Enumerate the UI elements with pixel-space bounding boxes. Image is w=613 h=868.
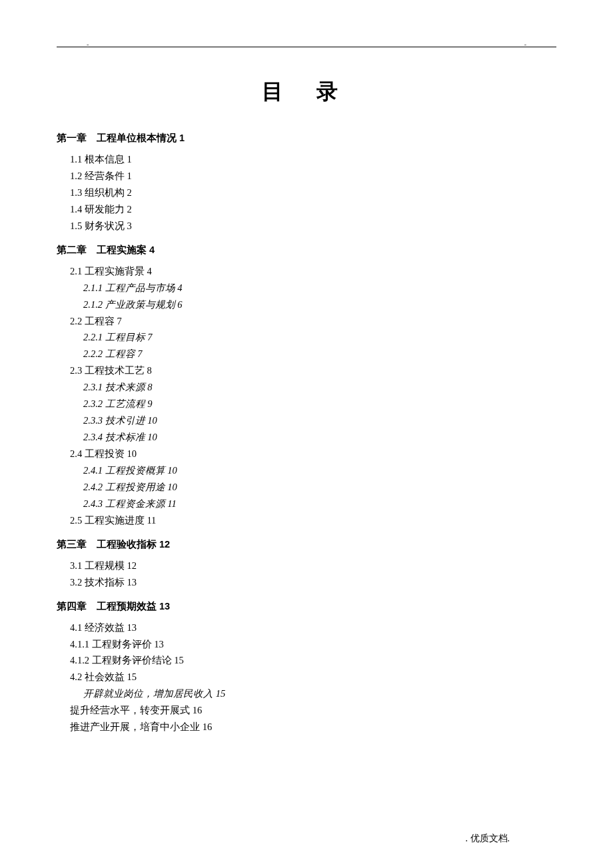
toc-entry: 推进产业开展，培育中小企业 16 xyxy=(57,719,556,735)
page-title: 目录 xyxy=(57,77,556,107)
toc-entry: 2.3.2 工艺流程 9 xyxy=(57,396,556,412)
toc-entry: 4.2 社会效益 15 xyxy=(57,669,556,685)
toc-entry: 3.1 工程规模 12 xyxy=(57,558,556,574)
chapter-heading: 第三章 工程验收指标 12 xyxy=(57,538,556,551)
toc-entry: 1.5 财务状况 3 xyxy=(57,218,556,234)
toc-entry: 2.4.2 工程投资用途 10 xyxy=(57,479,556,496)
toc-entry: 开辟就业岗位，增加居民收入 15 xyxy=(57,685,556,702)
toc-entry: 4.1.2 工程财务评价结论 15 xyxy=(57,652,556,669)
toc-entry: 3.2 技术指标 13 xyxy=(57,574,556,591)
toc-entry: 2.2.2 工程容 7 xyxy=(57,346,556,362)
toc-entry: 2.3.4 技术标准 10 xyxy=(57,429,556,446)
chapter-heading: 第四章 工程预期效益 13 xyxy=(57,600,556,613)
toc-entry: 2.3.1 技术来源 8 xyxy=(57,379,556,396)
toc-entry: 2.5 工程实施进度 11 xyxy=(57,512,556,529)
toc-entry: 2.3.3 技术引进 10 xyxy=(57,412,556,429)
header-mark-left: - xyxy=(87,41,89,48)
footer-text: . 优质文档. xyxy=(466,833,510,845)
toc-section: 第一章 工程单位根本情况 11.1 根本信息 11.2 经营条件 11.3 组织… xyxy=(57,132,556,234)
chapter-heading: 第二章 工程实施案 4 xyxy=(57,244,556,256)
toc-entry: 4.1.1 工程财务评价 13 xyxy=(57,636,556,653)
toc-entry: 2.1.2 产业政策与规划 6 xyxy=(57,296,556,313)
toc-entry: 2.2 工程容 7 xyxy=(57,313,556,330)
toc-entry: 2.4 工程投资 10 xyxy=(57,446,556,462)
chapter-heading: 第一章 工程单位根本情况 1 xyxy=(57,132,556,145)
toc-entry: 2.1 工程实施背景 4 xyxy=(57,263,556,280)
toc-entry: 4.1 经济效益 13 xyxy=(57,620,556,636)
toc-entry: 2.3 工程技术工艺 8 xyxy=(57,362,556,379)
toc-entry: 1.4 研发能力 2 xyxy=(57,201,556,218)
toc-entry: 1.1 根本信息 1 xyxy=(57,151,556,168)
toc-entry: 提升经营水平，转变开展式 16 xyxy=(57,702,556,719)
toc-section: 第三章 工程验收指标 123.1 工程规模 123.2 技术指标 13 xyxy=(57,538,556,591)
header-mark-right: - xyxy=(524,41,526,48)
page-container: - - 目录 第一章 工程单位根本情况 11.1 根本信息 11.2 经营条件 … xyxy=(0,0,613,868)
toc-entry: 2.1.1 工程产品与市场 4 xyxy=(57,280,556,296)
toc-entry: 2.4.1 工程投资概算 10 xyxy=(57,462,556,479)
toc-entry: 1.3 组织机构 2 xyxy=(57,185,556,201)
toc-section: 第二章 工程实施案 42.1 工程实施背景 42.1.1 工程产品与市场 42.… xyxy=(57,244,556,529)
toc-entry: 2.4.3 工程资金来源 11 xyxy=(57,496,556,512)
table-of-contents: 第一章 工程单位根本情况 11.1 根本信息 11.2 经营条件 11.3 组织… xyxy=(57,132,556,735)
toc-section: 第四章 工程预期效益 134.1 经济效益 134.1.1 工程财务评价 134… xyxy=(57,600,556,736)
header-rule: - - xyxy=(57,47,556,47)
toc-entry: 1.2 经营条件 1 xyxy=(57,168,556,185)
toc-entry: 2.2.1 工程目标 7 xyxy=(57,329,556,346)
